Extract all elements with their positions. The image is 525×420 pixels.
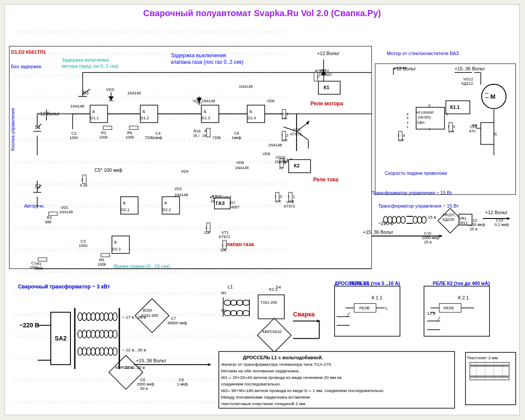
knopka-label: Кнопка управления	[10, 108, 15, 151]
ea-label: ea	[472, 122, 478, 128]
svg-text:T161-200: T161-200	[260, 300, 277, 305]
avt-ruchn-label: Авт/ручн.	[24, 203, 45, 208]
svg-text:C9: C9	[234, 131, 239, 135]
svg-text:S4: S4	[276, 285, 281, 289]
svg-point-255	[104, 347, 108, 355]
svg-rect-182	[399, 131, 402, 140]
svg-point-215	[392, 216, 396, 223]
tekstolit-label: Текстолит 2 мм	[467, 355, 498, 360]
klapana-label: клапана газа (пос газ 0..2 сек)	[171, 59, 243, 65]
svg-text:Svapka.Ru  Свапка.Ру  Svapka.R: Svapka.Ru Свапка.Ру Svapka.Ru Свапка.Ру …	[14, 50, 286, 56]
svg-text:40000 мкф: 40000 мкф	[167, 321, 187, 325]
svg-text:50 в: 50 в	[140, 386, 148, 391]
svg-text:R5: R5	[99, 258, 104, 262]
plus15-36-bot-label: +15..36 Вольт	[136, 358, 166, 363]
svg-point-256	[108, 347, 113, 355]
rele-motora-label: Реле мотора	[311, 101, 343, 107]
svg-marker-225	[439, 235, 443, 237]
svg-text:VD9: VD9	[262, 152, 270, 156]
svg-rect-88	[83, 175, 86, 184]
svg-text:Svapka.Ru  Свапка.Ру  Svapka.R: Svapka.Ru Свапка.Ру Svapka.Ru Свапка.Ру …	[14, 159, 286, 165]
motora-label: мотора (пред газ 0..2 сек)	[62, 63, 119, 69]
svg-text:1N4148: 1N4148	[174, 193, 188, 197]
drossel-line1: Железо от трансформатора телевизора типа…	[221, 362, 331, 367]
schematic-area: Svapka.Ru Свапка.Ру Svapka.Ru Свапка.Ру …	[5, 20, 519, 413]
svg-text:7812: 7812	[459, 221, 468, 225]
svg-point-257	[113, 347, 117, 355]
svg-text:(NE555): (NE555)	[418, 115, 431, 119]
svg-text:~ 12 в...30 в: ~ 12 в...30 в	[122, 347, 146, 352]
circuit-diagram: Svapka.Ru Свапка.Ру Svapka.Ru Свапка.Ру …	[5, 20, 519, 413]
svg-text:&: &	[249, 109, 252, 114]
svg-text:Svapka.Ru  Свапка.Ру  Svapka.R: Svapka.Ru Свапка.Ру Svapka.Ru Свапка.Ру …	[14, 202, 286, 209]
svg-text:1N4148: 1N4148	[70, 104, 84, 108]
svg-text:+12 Вольт: +12 Вольт	[485, 210, 508, 215]
svg-text:VD2: VD2	[174, 187, 182, 191]
skorost-label: Скорость подачи проволоки	[385, 170, 447, 176]
svg-text:25 в: 25 в	[424, 240, 431, 244]
svg-text:3: 3	[446, 112, 448, 116]
plus12-left-label: +12 Вольт	[37, 111, 60, 116]
svg-point-217	[401, 216, 405, 223]
svg-text:+15..36 Вольт: +15..36 Вольт	[363, 229, 393, 235]
svg-text:D2.3: D2.3	[112, 247, 121, 251]
plus12-right-label: +12 Вольт	[393, 66, 416, 71]
svg-point-253	[95, 347, 100, 355]
svg-text:&: &	[114, 240, 117, 244]
svg-text:1k,↑: 1k,↑	[193, 133, 200, 138]
svg-text:1N4148: 1N4148	[268, 143, 282, 147]
svg-rect-136	[282, 131, 286, 140]
plus15-36-label: +15..36 Вольт	[455, 66, 485, 71]
svg-text:7: 7	[428, 128, 430, 132]
svg-text:В200: В200	[143, 308, 152, 312]
vremya-label: Время сварки (0...15 сек)	[114, 264, 170, 269]
svg-point-216	[396, 216, 401, 223]
svg-point-219	[417, 216, 422, 223]
svg-text:КР1050ЕВТ: КР1050ЕВТ	[416, 111, 434, 115]
svg-text:КТ972: КТ972	[284, 204, 295, 208]
svg-rect-79	[206, 128, 210, 137]
svg-rect-185	[449, 122, 452, 131]
svg-rect-146	[318, 81, 340, 94]
svarka-label: Сварка	[293, 311, 315, 318]
svg-text:Svapka.Ru  Свапка.Ру  Svapka.R: Svapka.Ru Свапка.Ру Svapka.Ru Свапка.Ру …	[14, 94, 286, 100]
svg-rect-89	[49, 212, 57, 215]
svg-text:100n: 100n	[79, 243, 88, 248]
svg-text:1: 1	[406, 125, 409, 129]
zaderzha-vykl-label: Задержка выключения	[171, 52, 226, 59]
main-container: Сварочный полуавтомат Svapka.Ru Vol 2.0 …	[4, 4, 520, 415]
svg-point-249	[78, 347, 82, 355]
svg-text:К2: К2	[294, 163, 300, 168]
svg-text:VD3: VD3	[106, 87, 114, 92]
svg-text:Svapka.Ru  Свапка.Ру  Svapka.R: Svapka.Ru Свапка.Ру Svapka.Ru Свапка.Ру …	[14, 180, 286, 187]
svg-text:C3: C3	[80, 239, 85, 243]
d1d2-label: D1,D2 К561ТЛ1	[11, 49, 46, 55]
svg-text:R16: R16	[193, 129, 200, 133]
svg-text:L1: L1	[228, 284, 233, 289]
svg-rect-94	[101, 253, 110, 257]
svg-text:&: &	[164, 200, 167, 205]
svg-text:C8: C8	[178, 378, 183, 382]
svg-text:5: 5	[406, 116, 409, 120]
svg-text:&: &	[92, 109, 95, 114]
svg-text:1N4148: 1N4148	[235, 166, 248, 170]
zaderzha-vkl-label: Задержка включения	[62, 57, 109, 62]
svg-text:2к: 2к	[210, 199, 214, 203]
svg-text:VD5 1N4148: VD5 1N4148	[192, 99, 215, 103]
svg-text:4: 4	[406, 121, 409, 125]
svg-text:VD6: VD6	[236, 160, 244, 165]
svg-text:1N4148: 1N4148	[59, 210, 73, 214]
svg-text:&: &	[143, 109, 146, 114]
svg-text:&: &	[123, 200, 126, 205]
svg-text:M: M	[490, 93, 496, 100]
svg-text:К1: К1	[324, 85, 329, 90]
svg-text:VR1: VR1	[459, 216, 466, 221]
svg-text:W₂: W₂	[221, 308, 226, 312]
svg-text:8: 8	[428, 104, 430, 108]
svg-marker-276	[208, 363, 211, 366]
svg-text:D1.1: D1.1	[91, 116, 99, 120]
svg-rect-109	[223, 240, 226, 249]
svg-text:VD8: VD8	[267, 99, 274, 103]
svg-text:1 мкф: 1 мкф	[177, 382, 188, 386]
svg-rect-106	[206, 223, 210, 232]
